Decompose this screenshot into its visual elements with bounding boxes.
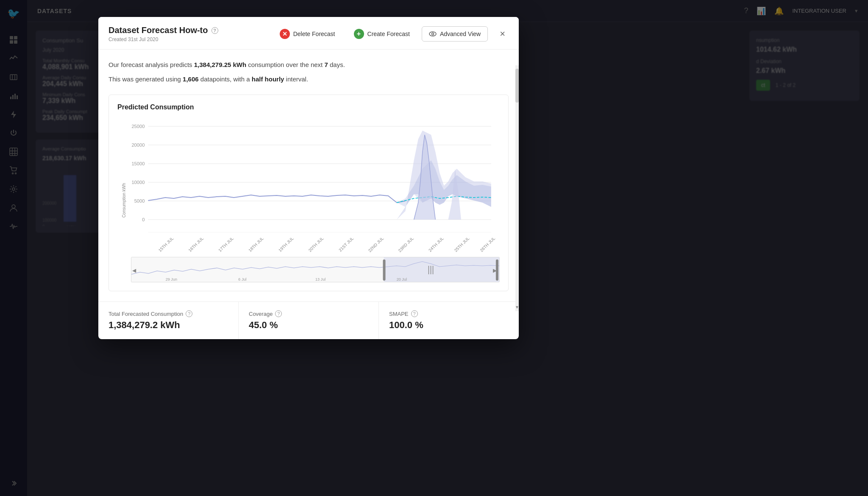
svg-point-27 (431, 33, 434, 35)
delete-forecast-button[interactable]: ✕ Delete Forecast (273, 25, 342, 42)
delete-icon: ✕ (280, 29, 290, 39)
stat-smape-value: 100.0 % (389, 320, 509, 331)
svg-text:◀: ◀ (132, 268, 136, 273)
modal-actions: ✕ Delete Forecast + Create Forecast Adva… (273, 25, 509, 42)
stat-total-forecast: Total Forecasted Consumption ? 1,384,279… (98, 302, 239, 339)
modal-subtitle: Created 31st Jul 2020 (108, 36, 273, 42)
svg-text:26TH JUL: 26TH JUL (479, 236, 496, 253)
svg-text:20000: 20000 (131, 142, 145, 148)
description-line1: Our forecast analysis predicts 1,384,279… (108, 60, 509, 70)
main-chart: 25000 20000 15000 10000 5000 0 (131, 118, 500, 254)
description-line2: This was generated using 1,606 datapoint… (108, 74, 509, 84)
svg-marker-41 (397, 131, 491, 220)
svg-text:25000: 25000 (131, 124, 145, 129)
svg-text:23RD JUL: 23RD JUL (397, 236, 415, 253)
y-axis-label: Consumption kWh (122, 183, 127, 217)
svg-text:19TH JUL: 19TH JUL (278, 236, 295, 253)
svg-rect-59 (383, 259, 385, 281)
create-icon: + (354, 29, 364, 39)
stat-smape: SMAPE ? 100.0 % (379, 302, 519, 339)
modal-scrollbar[interactable]: ▼ (515, 65, 519, 311)
modal-body: Our forecast analysis predicts 1,384,279… (98, 50, 519, 301)
stat-smape-label: SMAPE ? (389, 310, 509, 317)
svg-text:6 Jul: 6 Jul (238, 277, 246, 281)
svg-point-26 (429, 32, 436, 36)
close-modal-button[interactable]: × (496, 27, 509, 41)
stat-total-value: 1,384,279.2 kWh (108, 320, 228, 331)
svg-text:29 Jun: 29 Jun (166, 277, 177, 281)
chart-minimap[interactable]: 29 Jun 6 Jul 13 Jul 20 Jul ◀ ▶ (131, 257, 500, 282)
svg-text:18TH JUL: 18TH JUL (248, 236, 264, 253)
svg-text:16TH JUL: 16TH JUL (187, 236, 204, 253)
svg-text:10000: 10000 (131, 180, 145, 185)
svg-text:15000: 15000 (131, 161, 145, 166)
svg-text:22ND JUL: 22ND JUL (367, 236, 384, 253)
svg-text:21ST JUL: 21ST JUL (338, 236, 355, 252)
svg-text:15TH JUL: 15TH JUL (158, 236, 175, 253)
stats-row: Total Forecasted Consumption ? 1,384,279… (98, 301, 519, 339)
svg-text:20TH JUL: 20TH JUL (308, 236, 325, 253)
svg-text:0: 0 (142, 217, 145, 222)
title-help-icon[interactable]: ? (211, 27, 218, 34)
svg-text:24TH JUL: 24TH JUL (428, 236, 445, 253)
svg-text:13 Jul: 13 Jul (315, 277, 326, 281)
svg-text:20 Jul: 20 Jul (397, 277, 407, 281)
svg-text:17TH JUL: 17TH JUL (217, 236, 234, 253)
eye-icon (429, 30, 437, 38)
stat-smape-help-icon[interactable]: ? (411, 310, 418, 317)
stat-coverage-label: Coverage ? (249, 310, 368, 317)
chart-title: Predicted Consumption (117, 103, 500, 111)
stat-total-help-icon[interactable]: ? (186, 310, 192, 317)
advanced-view-button[interactable]: Advanced View (422, 26, 488, 42)
modal-title: Dataset Forecast How-to ? (108, 25, 273, 35)
stat-coverage-value: 45.0 % (249, 320, 368, 331)
create-forecast-button[interactable]: + Create Forecast (347, 25, 417, 42)
svg-text:5000: 5000 (134, 198, 145, 203)
stat-total-label: Total Forecasted Consumption ? (108, 310, 228, 317)
svg-text:25TH JUL: 25TH JUL (453, 236, 470, 253)
modal-title-area: Dataset Forecast How-to ? Created 31st J… (108, 25, 273, 42)
scrollbar-thumb[interactable] (515, 69, 519, 103)
modal-header: Dataset Forecast How-to ? Created 31st J… (98, 17, 519, 50)
svg-text:▶: ▶ (493, 268, 497, 273)
stat-coverage: Coverage ? 45.0 % (239, 302, 379, 339)
forecast-modal: Dataset Forecast How-to ? Created 31st J… (98, 17, 519, 339)
chart-section: Predicted Consumption Consumption kWh (108, 95, 509, 291)
stat-coverage-help-icon[interactable]: ? (275, 310, 282, 317)
